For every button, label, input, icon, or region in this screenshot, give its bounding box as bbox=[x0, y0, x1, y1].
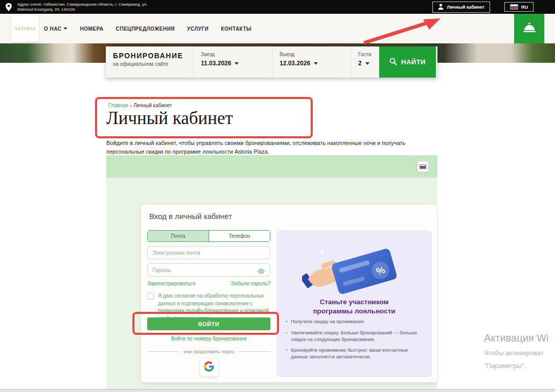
chevron-down-icon bbox=[63, 28, 67, 30]
service-bell-button[interactable] bbox=[514, 14, 544, 43]
page-title: Личный кабинет bbox=[106, 108, 233, 129]
forgot-password-link[interactable]: Забыли пароль? bbox=[231, 281, 270, 286]
tab-email[interactable]: Почта bbox=[148, 231, 209, 241]
list-item: •Увеличивайте скидку. Больше бронировани… bbox=[286, 329, 425, 343]
login-heading: Вход в личный кабинет bbox=[149, 212, 232, 220]
guests-select[interactable]: Гости 2 bbox=[351, 46, 379, 78]
screen-bottom-edge bbox=[0, 389, 555, 392]
search-button[interactable]: НАЙТИ bbox=[379, 46, 436, 78]
checkout-date-select[interactable]: Выезд 12.03.2026 bbox=[272, 46, 351, 78]
booking-widget: БРОНИРОВАНИЕ на официальном сайте Заезд … bbox=[106, 46, 437, 78]
list-item: •Получите скидку на проживание. bbox=[286, 318, 425, 325]
chevron-down-icon bbox=[365, 62, 369, 65]
login-card: Вход в личный кабинет Почта Телефон Заре… bbox=[141, 204, 437, 383]
banner-language-flag-button[interactable] bbox=[418, 161, 428, 172]
booking-title: БРОНИРОВАНИЕ bbox=[113, 52, 193, 60]
login-method-tabs: Почта Телефон bbox=[147, 230, 270, 242]
language-switcher[interactable]: RU bbox=[504, 2, 534, 12]
register-link[interactable]: Зарегистрироваться bbox=[147, 281, 196, 286]
login-button[interactable]: ВОЙТИ bbox=[147, 317, 270, 330]
loyalty-panel: % Станьте участником программы лояльност… bbox=[276, 230, 432, 377]
email-input[interactable] bbox=[147, 246, 270, 259]
russia-flag-icon bbox=[510, 4, 518, 10]
booking-subtitle: на официальном сайте bbox=[113, 61, 193, 67]
breadcrumb: Главная – Личный кабинет bbox=[108, 103, 172, 108]
main-menu: О НАС НОМЕРА СПЕЦПРЕДЛОЖЕНИЯ УСЛУГИ КОНТ… bbox=[44, 26, 251, 32]
main-navbar: ASTORIA О НАС НОМЕРА СПЕЦПРЕДЛОЖЕНИЯ УСЛ… bbox=[0, 14, 555, 43]
checkin-date-value: 11.03.2026 bbox=[201, 60, 231, 67]
breadcrumb-current: Личный кабинет bbox=[133, 103, 172, 108]
hotel-logo[interactable]: ASTORIA bbox=[11, 15, 39, 42]
checkin-date-select[interactable]: Заезд 11.03.2026 bbox=[194, 46, 272, 78]
nav-item-rooms[interactable]: НОМЕРА bbox=[80, 26, 103, 32]
guests-value: 2 bbox=[358, 60, 362, 67]
loyalty-benefits-list: •Получите скидку на проживание. •Увеличи… bbox=[286, 318, 425, 364]
google-icon bbox=[204, 361, 214, 374]
booking-title-block: БРОНИРОВАНИЕ на официальном сайте bbox=[106, 46, 193, 78]
topbar: Адрес отеля: Узбекистан, Самаркандская о… bbox=[0, 0, 555, 14]
chevron-down-icon bbox=[314, 62, 318, 65]
consent-checkbox[interactable] bbox=[147, 293, 154, 300]
language-banner bbox=[106, 155, 437, 178]
location-pin-icon bbox=[0, 3, 17, 11]
nav-item-offers[interactable]: СПЕЦПРЕДЛОЖЕНИЯ bbox=[116, 26, 175, 32]
password-input[interactable] bbox=[147, 263, 270, 277]
social-divider: или продолжить через bbox=[147, 349, 270, 354]
show-password-icon[interactable] bbox=[258, 267, 265, 276]
nav-item-contacts[interactable]: КОНТАКТЫ bbox=[221, 26, 251, 32]
list-item: •Бронируйте проживание быстрее: ваши кон… bbox=[286, 347, 425, 360]
breadcrumb-home-link[interactable]: Главная bbox=[108, 103, 128, 108]
account-button-label: Личный кабинет bbox=[447, 5, 484, 10]
person-icon bbox=[438, 4, 444, 11]
cloche-bell-icon bbox=[523, 22, 536, 35]
chevron-down-icon bbox=[235, 62, 239, 65]
nav-item-about[interactable]: О НАС bbox=[44, 26, 67, 32]
russia-flag-icon bbox=[420, 164, 426, 169]
google-login-button[interactable] bbox=[200, 358, 218, 377]
nav-item-services[interactable]: УСЛУГИ bbox=[187, 26, 209, 32]
loyalty-card-illustration: % bbox=[302, 239, 407, 300]
booking-rules-link[interactable]: правилами онлайн-бронирования bbox=[158, 308, 238, 313]
language-code: RU bbox=[521, 5, 528, 10]
hotel-logo-text: ASTORIA bbox=[14, 27, 36, 31]
loyalty-heading: Станьте участником программы лояльности bbox=[276, 298, 432, 316]
account-button[interactable]: Личный кабинет bbox=[432, 2, 490, 13]
booking-number-login-link[interactable]: Войти по номеру бронирования bbox=[147, 336, 270, 341]
page-description: Войдите в личный кабинет, чтобы управлят… bbox=[106, 139, 435, 156]
tab-phone[interactable]: Телефон bbox=[209, 231, 270, 241]
windows-activation-watermark: Активация Wi Чтобы активироват "Параметр… bbox=[484, 332, 549, 370]
search-icon bbox=[389, 58, 397, 67]
checkout-date-value: 12.03.2026 bbox=[280, 60, 310, 67]
hotel-address: Адрес отеля: Узбекистан, Самаркандская о… bbox=[17, 2, 148, 12]
